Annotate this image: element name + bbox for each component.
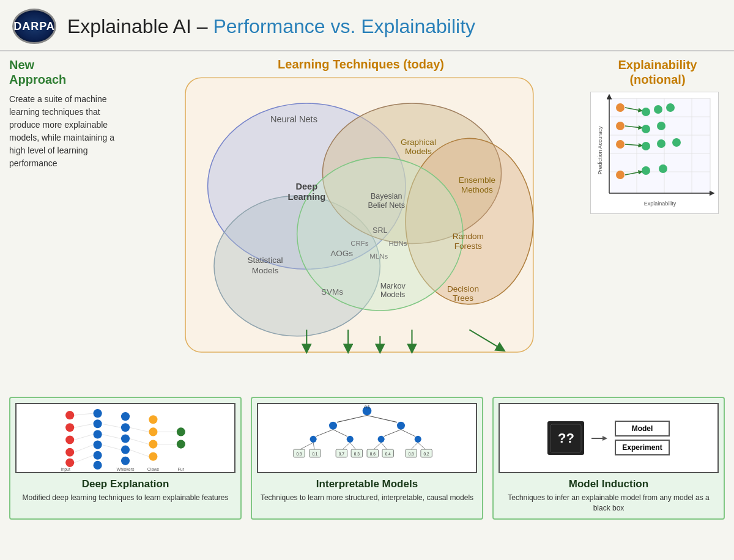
experiment-box: Experiment — [615, 440, 669, 455]
svg-point-63 — [659, 164, 667, 173]
deep-explanation-card: Input Fur Whiskers Claws Deep Explanatio… — [9, 397, 242, 520]
svg-point-69 — [94, 409, 102, 418]
svg-point-111 — [415, 436, 421, 443]
svg-point-54 — [657, 122, 665, 130]
svg-line-95 — [130, 439, 149, 444]
deep-explanation-title: Deep Explanation — [82, 478, 169, 490]
svg-point-78 — [121, 446, 130, 454]
svg-text:0.8: 0.8 — [409, 452, 414, 456]
decision-tree-diagram: 0.9 0.1 0.7 0.3 0.6 0.4 0.8 0.2 A1 — [258, 404, 476, 472]
svg-point-65 — [65, 423, 74, 432]
svg-point-51 — [616, 122, 625, 130]
svg-text:SVMs: SVMs — [321, 287, 343, 297]
svg-text:Models: Models — [405, 147, 432, 156]
svg-text:0.7: 0.7 — [339, 452, 344, 456]
svg-point-62 — [642, 166, 650, 175]
approach-description: Create a suite of machine learning techn… — [9, 93, 132, 170]
svg-point-48 — [642, 108, 650, 116]
blackbox-icon: ?? — [549, 423, 583, 454]
svg-marker-144 — [602, 436, 607, 441]
svg-point-77 — [121, 434, 130, 443]
svg-line-128 — [374, 443, 381, 449]
svg-text:CRFs: CRFs — [350, 240, 369, 247]
svg-line-129 — [381, 443, 387, 449]
venn-diagram-area: Neural Nets Deep Learning Statistical Mo… — [144, 75, 578, 368]
model-induction-image: ?? Model Experiment — [499, 403, 719, 473]
svg-text:0.1: 0.1 — [312, 452, 317, 456]
interpretable-models-card: 0.9 0.1 0.7 0.3 0.6 0.4 0.8 0.2 A1 Inter… — [251, 397, 483, 520]
venn-svg: Neural Nets Deep Learning Statistical Mo… — [144, 75, 578, 368]
svg-text:Explainability: Explainability — [644, 201, 677, 207]
svg-text:Prediction Accuracy: Prediction Accuracy — [597, 126, 603, 175]
svg-point-81 — [149, 427, 157, 436]
svg-point-59 — [672, 138, 681, 147]
svg-point-66 — [65, 435, 74, 444]
svg-line-88 — [74, 434, 93, 440]
svg-line-124 — [300, 443, 313, 449]
svg-point-71 — [94, 430, 102, 438]
svg-text:AOGs: AOGs — [330, 249, 353, 258]
model-experiment-stack: Model Experiment — [615, 421, 669, 455]
svg-line-126 — [343, 443, 350, 449]
svg-text:Models: Models — [252, 266, 279, 275]
svg-point-110 — [378, 436, 385, 443]
explainability-title: Explainability (notional) — [590, 57, 725, 87]
svg-line-90 — [74, 455, 93, 463]
svg-text:Neural Nets: Neural Nets — [270, 114, 317, 124]
svg-text:Decision: Decision — [447, 284, 479, 293]
svg-text:Ensemble: Ensemble — [459, 175, 495, 185]
interpretable-models-image: 0.9 0.1 0.7 0.3 0.6 0.4 0.8 0.2 A1 — [257, 403, 477, 473]
svg-text:Input: Input — [61, 467, 70, 472]
svg-point-85 — [177, 440, 185, 449]
svg-line-131 — [418, 443, 425, 449]
model-induction-card: ?? Model Experiment Model Induction Tech… — [492, 397, 725, 520]
scatter-chart: Prediction Accuracy Explainability — [591, 92, 719, 215]
svg-point-105 — [397, 422, 405, 430]
left-column: NewApproach Create a suite of machine le… — [9, 57, 138, 388]
svg-point-76 — [121, 423, 130, 432]
svg-text:0.9: 0.9 — [297, 452, 302, 456]
svg-text:0.4: 0.4 — [385, 452, 391, 456]
svg-line-96 — [130, 450, 149, 457]
svg-text:Deep: Deep — [295, 182, 317, 191]
svg-point-108 — [310, 436, 317, 443]
title-prefix: Explainable AI – — [67, 15, 213, 37]
svg-line-113 — [333, 430, 347, 437]
svg-text:Statistical: Statistical — [247, 256, 283, 265]
page-header: DARPA Explainable AI – Performance vs. E… — [0, 0, 734, 51]
svg-line-92 — [102, 434, 121, 438]
svg-point-46 — [616, 103, 625, 112]
svg-line-94 — [130, 427, 149, 432]
svg-text:0.3: 0.3 — [354, 452, 360, 456]
darpa-logo: DARPA — [12, 9, 56, 44]
model-induction-title: Model Induction — [569, 478, 648, 490]
svg-point-82 — [149, 440, 157, 449]
blackbox-diagram: ?? Model Experiment — [500, 404, 717, 472]
deep-explanation-desc: Modified deep learning techniques to lea… — [23, 493, 229, 503]
svg-text:SRL: SRL — [373, 226, 387, 235]
bottom-section: Input Fur Whiskers Claws Deep Explanatio… — [0, 397, 734, 526]
learning-techniques-title: Learning Techniques (today) — [144, 57, 578, 72]
svg-line-87 — [74, 424, 93, 427]
black-box: ?? — [547, 421, 584, 455]
svg-text:Trees: Trees — [453, 293, 473, 303]
svg-line-93 — [102, 445, 121, 450]
svg-line-127 — [350, 443, 355, 449]
interpretable-models-title: Interpretable Models — [316, 478, 418, 490]
svg-point-104 — [329, 422, 337, 430]
svg-text:0.2: 0.2 — [424, 452, 429, 456]
new-approach-title: NewApproach — [9, 57, 132, 87]
svg-point-75 — [121, 412, 130, 421]
svg-text:Markov: Markov — [380, 282, 406, 290]
main-content: NewApproach Create a suite of machine le… — [0, 51, 734, 394]
svg-text:A1: A1 — [364, 404, 371, 410]
model-box: Model — [615, 421, 669, 437]
page-title: Explainable AI – Performance vs. Explain… — [67, 15, 475, 38]
svg-text:Bayesian: Bayesian — [371, 192, 402, 201]
svg-text:Learning: Learning — [287, 192, 325, 202]
chart-container: Prediction Accuracy Explainability — [590, 92, 719, 214]
svg-text:Whiskers: Whiskers — [117, 467, 135, 471]
svg-point-50 — [666, 103, 675, 112]
darpa-logo-text: DARPA — [13, 20, 55, 33]
svg-text:Claws: Claws — [147, 467, 160, 471]
